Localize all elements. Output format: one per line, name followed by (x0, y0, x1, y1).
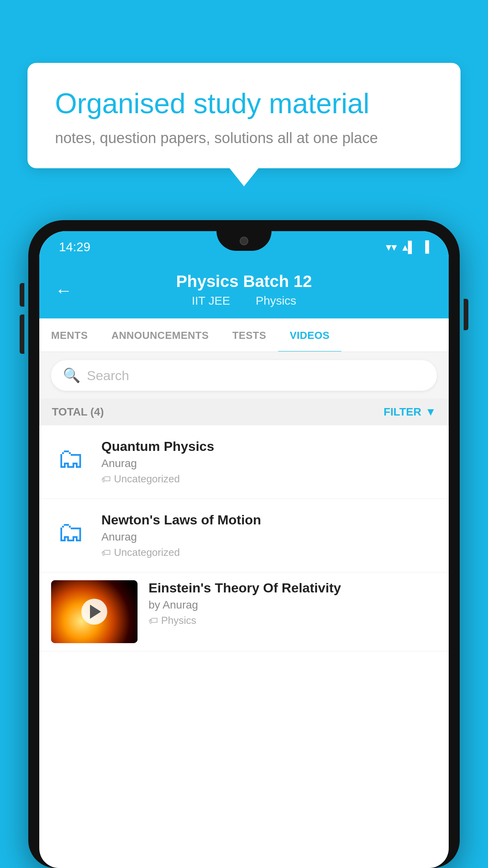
filter-label: FILTER (383, 406, 421, 418)
video-author-2: Anurag (101, 531, 437, 543)
folder-icon-2: 🗂 (57, 518, 84, 546)
tag-text-1: Uncategorized (114, 473, 180, 485)
status-time: 14:29 (59, 240, 90, 254)
search-container: 🔍 Search (39, 352, 449, 399)
search-input[interactable]: Search (87, 368, 129, 383)
tabs-bar: MENTS ANNOUNCEMENTS TESTS VIDEOS (39, 318, 449, 352)
total-count: TOTAL (4) (52, 406, 104, 418)
battery-icon: ▐ (421, 241, 429, 253)
phone-frame: 14:29 ▾▾ ▴▌ ▐ ← Physics Batch 12 IIT JEE… (28, 220, 460, 868)
video-thumb-icon-2: 🗂 (51, 512, 90, 552)
folder-icon-1: 🗂 (57, 445, 84, 472)
volume-up-button (20, 283, 24, 307)
tag-icon-2: 🏷 (101, 547, 111, 558)
video-title-2: Newton's Laws of Motion (101, 512, 437, 528)
video-tag-3: 🏷 Physics (149, 614, 437, 627)
video-item-2[interactable]: 🗂 Newton's Laws of Motion Anurag 🏷 Uncat… (39, 499, 449, 572)
tag-text-3: Physics (161, 614, 196, 627)
video-info-2: Newton's Laws of Motion Anurag 🏷 Uncateg… (101, 512, 437, 559)
header-subtitle: IIT JEE Physics (55, 294, 433, 307)
video-title-1: Quantum Physics (101, 439, 437, 454)
app-header: ← Physics Batch 12 IIT JEE Physics (39, 263, 449, 318)
play-triangle-icon (90, 605, 101, 619)
status-icons: ▾▾ ▴▌ ▐ (386, 241, 429, 254)
tag-icon-1: 🏷 (101, 474, 111, 485)
tag-icon-3: 🏷 (149, 615, 158, 626)
speech-bubble-subtitle: notes, question papers, solutions all at… (55, 130, 433, 147)
subtitle-physics: Physics (256, 294, 296, 307)
power-button (464, 299, 468, 330)
video-thumbnail-3 (51, 580, 138, 643)
video-info-1: Quantum Physics Anurag 🏷 Uncategorized (101, 439, 437, 485)
video-item-1[interactable]: 🗂 Quantum Physics Anurag 🏷 Uncategorized (39, 425, 449, 499)
filter-icon: ▼ (425, 406, 436, 418)
search-bar[interactable]: 🔍 Search (51, 360, 437, 391)
tag-text-2: Uncategorized (114, 546, 180, 559)
subtitle-iitjee: IIT JEE (192, 294, 230, 307)
video-info-3: Einstein's Theory Of Relativity by Anura… (149, 580, 437, 627)
notch (216, 231, 272, 251)
phone-screen: 14:29 ▾▾ ▴▌ ▐ ← Physics Batch 12 IIT JEE… (39, 231, 449, 868)
subtitle-separator (241, 294, 248, 307)
video-tag-2: 🏷 Uncategorized (101, 546, 437, 559)
tab-ments[interactable]: MENTS (39, 318, 100, 352)
video-tag-1: 🏷 Uncategorized (101, 473, 437, 485)
filter-row: TOTAL (4) FILTER ▼ (39, 399, 449, 425)
header-title: Physics Batch 12 (55, 272, 433, 291)
play-button-3[interactable] (81, 599, 107, 625)
wifi-icon: ▾▾ (386, 241, 397, 254)
tab-announcements[interactable]: ANNOUNCEMENTS (100, 318, 221, 352)
back-button[interactable]: ← (55, 281, 72, 300)
video-title-3: Einstein's Theory Of Relativity (149, 580, 437, 596)
status-bar: 14:29 ▾▾ ▴▌ ▐ (39, 231, 449, 263)
speech-bubble-title: Organised study material (55, 86, 433, 120)
front-camera (240, 237, 248, 245)
volume-down-button (20, 314, 24, 354)
speech-bubble-card: Organised study material notes, question… (28, 63, 460, 168)
search-icon: 🔍 (63, 367, 81, 384)
video-thumb-icon-1: 🗂 (51, 439, 90, 478)
video-list: 🗂 Quantum Physics Anurag 🏷 Uncategorized… (39, 425, 449, 651)
filter-button[interactable]: FILTER ▼ (383, 406, 436, 418)
tab-tests[interactable]: TESTS (220, 318, 278, 352)
video-item-3[interactable]: Einstein's Theory Of Relativity by Anura… (39, 572, 449, 651)
signal-icon: ▴▌ (402, 241, 416, 254)
video-author-1: Anurag (101, 457, 437, 470)
tab-videos[interactable]: VIDEOS (278, 318, 341, 352)
video-author-3: by Anurag (149, 599, 437, 611)
